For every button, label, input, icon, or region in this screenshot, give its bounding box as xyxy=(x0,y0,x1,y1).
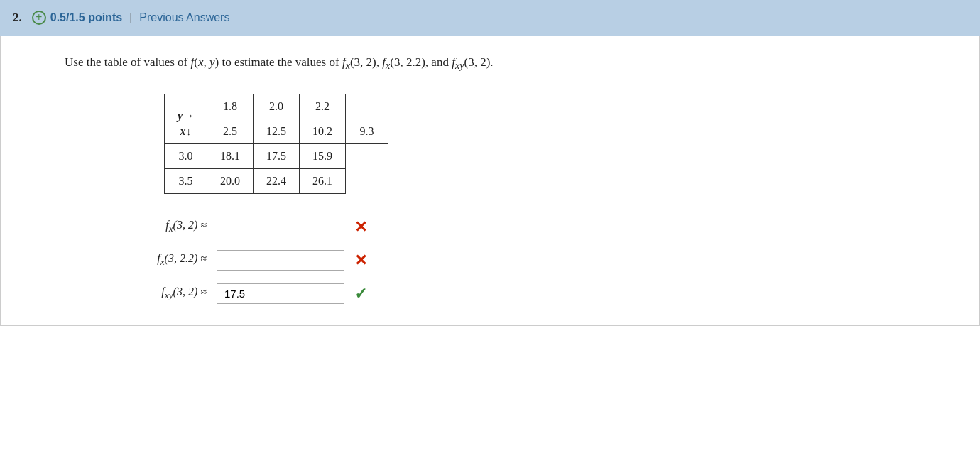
answer-label-fx-3-2: fx(3, 2) ≈ xyxy=(93,219,207,234)
page-wrapper: 2. + 0.5/1.5 points | Previous Answers U… xyxy=(0,0,980,473)
table-cell-2-1: 22.4 xyxy=(254,169,300,194)
question-number: 2. xyxy=(13,11,22,25)
table-row: 3.5 20.0 22.4 26.1 xyxy=(165,169,388,194)
wrong-icon-fx-3-2: ✕ xyxy=(354,218,367,236)
table-cell-1-2: 15.9 xyxy=(300,144,346,169)
table-col-header-1: 1.8 xyxy=(207,94,254,119)
table-cell-0-1: 10.2 xyxy=(300,119,346,144)
values-table: y→ x↓ 1.8 2.0 2.2 2.5 12.5 10.2 9.3 xyxy=(164,94,388,194)
table-row: 3.0 18.1 17.5 15.9 xyxy=(165,144,388,169)
answer-label-fxy-3-2: fxy(3, 2) ≈ xyxy=(93,286,207,301)
correct-icon-fxy-3-2: ✓ xyxy=(354,285,367,303)
table-cell-2-2: 26.1 xyxy=(300,169,346,194)
table-cell-1-0: 18.1 xyxy=(207,144,254,169)
table-col-header-3: 2.2 xyxy=(300,94,346,119)
answer-row-fxy-3-2: fxy(3, 2) ≈ ✓ xyxy=(93,283,958,304)
table-cell-x-0: 2.5 xyxy=(207,119,254,144)
answer-row-fx-3-2-2: fx(3, 2.2) ≈ ✕ xyxy=(93,250,958,271)
answer-row-fx-3-2: fx(3, 2) ≈ ✕ xyxy=(93,217,958,237)
table-header-row-y: y→ x↓ 1.8 2.0 2.2 xyxy=(165,94,388,119)
question-body: Use the table of values of f(x, y) to es… xyxy=(0,36,980,326)
points-text: 0.5/1.5 points xyxy=(50,11,122,24)
table-cell-0-2: 9.3 xyxy=(346,119,388,144)
plus-icon: + xyxy=(32,11,46,25)
wrong-icon-fx-3-2-2: ✕ xyxy=(354,251,367,270)
table-cell-2-0: 20.0 xyxy=(207,169,254,194)
table-cell-x-2: 3.5 xyxy=(165,169,207,194)
answer-label-fx-3-2-2: fx(3, 2.2) ≈ xyxy=(93,252,207,268)
table-container: y→ x↓ 1.8 2.0 2.2 2.5 12.5 10.2 9.3 xyxy=(164,94,388,194)
answer-input-fx-3-2[interactable] xyxy=(217,217,344,237)
answer-input-fx-3-2-2[interactable] xyxy=(217,250,344,271)
previous-answers-link[interactable]: Previous Answers xyxy=(139,11,229,24)
problem-statement: Use the table of values of f(x, y) to es… xyxy=(65,53,958,74)
separator: | xyxy=(129,11,132,24)
table-cell-x-1: 3.0 xyxy=(165,144,207,169)
table-cell-0-0: 12.5 xyxy=(254,119,300,144)
answers-section: fx(3, 2) ≈ ✕ fx(3, 2.2) ≈ ✕ fxy(3, 2) ≈ xyxy=(93,217,958,304)
table-col-header-2: 2.0 xyxy=(254,94,300,119)
table-corner-cell: y→ x↓ xyxy=(165,94,207,144)
table-cell-1-1: 17.5 xyxy=(254,144,300,169)
answer-input-fxy-3-2[interactable] xyxy=(217,283,344,304)
points-badge: + 0.5/1.5 points xyxy=(32,11,122,25)
question-header: 2. + 0.5/1.5 points | Previous Answers xyxy=(0,0,980,36)
